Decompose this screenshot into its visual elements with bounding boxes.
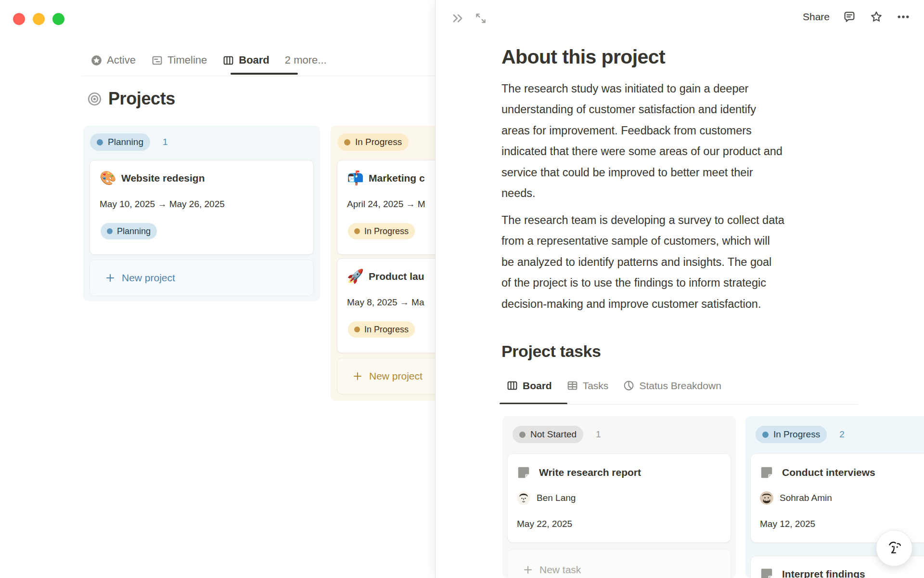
card-title: Website redesign	[121, 172, 205, 184]
close-window-button[interactable]	[13, 13, 25, 25]
assignee-avatar	[760, 491, 773, 505]
rocket-emoji-icon: 🚀	[347, 269, 361, 284]
column-count: 2	[839, 429, 845, 440]
tasks-tab-status-breakdown[interactable]: Status Breakdown	[623, 380, 721, 392]
task-title: Interpret findings	[782, 568, 865, 578]
tasks-tab-board[interactable]: Board	[506, 380, 552, 392]
tabs-divider	[500, 404, 858, 405]
tab-active-label: Active	[107, 54, 136, 66]
board-icon	[506, 380, 518, 392]
tabs-divider	[82, 76, 435, 76]
task-title: Conduct interviews	[782, 467, 875, 478]
tag-label: Planning	[117, 226, 151, 236]
status-pill-not-started[interactable]: Not Started	[513, 426, 583, 443]
tab-active[interactable]: Active	[90, 54, 136, 66]
new-task-button[interactable]: New task	[507, 549, 731, 578]
comments-icon[interactable]	[842, 10, 857, 24]
card-title: Product lau	[369, 271, 424, 282]
card-title: Marketing c	[369, 172, 425, 184]
paragraph-block[interactable]: The research team is developing a survey…	[501, 210, 884, 315]
task-note-icon	[759, 465, 774, 480]
notion-window: Active Timeline Board 2 more... Projects	[0, 0, 924, 578]
notion-ai-button[interactable]	[876, 530, 912, 566]
clock-pie-icon	[623, 380, 635, 392]
mailbox-emoji-icon: 📬	[347, 171, 361, 185]
timeline-icon	[151, 54, 163, 66]
tab-board-label: Board	[239, 54, 270, 66]
tab-label: Tasks	[583, 380, 609, 392]
card-status-tag: In Progress	[348, 223, 415, 239]
status-pill-planning[interactable]: Planning	[90, 133, 150, 151]
favorite-star-icon[interactable]	[869, 10, 884, 24]
zoom-window-button[interactable]	[52, 13, 64, 25]
tag-dot	[354, 228, 360, 234]
new-project-button-planning[interactable]: New project	[90, 260, 314, 296]
task-date: May 22, 2025	[517, 519, 572, 529]
view-tab-bar: Active Timeline Board 2 more...	[90, 54, 327, 66]
card-status-tag: Planning	[101, 223, 157, 239]
plus-icon	[522, 564, 534, 576]
task-date: May 12, 2025	[760, 519, 815, 529]
expand-diagonal-icon	[474, 12, 488, 25]
status-pill-in-progress[interactable]: In Progress	[337, 133, 409, 151]
column-count: 1	[596, 429, 601, 440]
collapse-panel-button[interactable]	[450, 11, 465, 26]
status-label: Not Started	[530, 429, 577, 440]
column-count: 1	[163, 137, 168, 147]
assignee-name: Ben Lang	[537, 493, 576, 503]
more-options-icon[interactable]	[896, 10, 911, 24]
card-date-range: April 24, 2025 → M	[347, 199, 425, 210]
task-card-write-research-report[interactable]: Write research report Ben Lang M	[507, 453, 731, 543]
palette-emoji-icon: 🎨	[100, 171, 114, 185]
task-column-not-started: Not Started 1 Write research report	[502, 416, 736, 578]
card-date-range: May 10, 2025 → May 26, 2025	[100, 199, 225, 210]
card-status-tag: In Progress	[348, 321, 415, 338]
card-date-range: May 8, 2025 → Ma	[347, 297, 424, 308]
star-in-circle-icon	[90, 54, 103, 66]
task-card-conduct-interviews[interactable]: Conduct interviews Sohrab Amin	[750, 453, 924, 543]
new-task-label: New task	[539, 564, 581, 576]
task-note-icon	[759, 567, 774, 578]
side-peek-panel: Share About this project The research st…	[435, 0, 924, 578]
tab-more-views[interactable]: 2 more...	[285, 54, 327, 66]
status-dot	[762, 432, 769, 438]
minimize-window-button[interactable]	[33, 13, 45, 25]
status-dot	[344, 139, 350, 145]
page-title[interactable]: Projects	[108, 89, 175, 109]
board-icon	[222, 54, 234, 66]
tab-more-label: 2 more...	[285, 54, 327, 66]
assignee-name: Sohrab Amin	[780, 493, 832, 503]
notion-ai-face-icon	[883, 537, 905, 559]
bullseye-icon	[87, 92, 102, 106]
tab-timeline[interactable]: Timeline	[151, 54, 207, 66]
project-card-website-redesign[interactable]: 🎨 Website redesign May 10, 2025 → May 26…	[90, 160, 314, 255]
share-button[interactable]: Share	[803, 11, 830, 23]
task-title: Write research report	[539, 467, 641, 478]
new-project-label: New project	[122, 272, 175, 284]
tab-label: Status Breakdown	[639, 380, 721, 392]
task-note-icon	[516, 465, 531, 480]
paragraph-block[interactable]: The research study was initiated to gain…	[501, 79, 884, 204]
selected-tab-underline	[231, 73, 298, 75]
tasks-tab-table[interactable]: Tasks	[566, 380, 609, 392]
plus-icon	[352, 370, 363, 382]
status-label: In Progress	[773, 429, 820, 440]
status-label: Planning	[108, 137, 143, 147]
tab-timeline-label: Timeline	[167, 54, 207, 66]
peek-page-title[interactable]: About this project	[501, 46, 665, 68]
new-project-label: New project	[369, 370, 423, 382]
tag-label: In Progress	[364, 325, 409, 335]
table-icon	[566, 380, 578, 392]
double-chevron-right-icon	[451, 12, 464, 25]
assignee-avatar	[517, 491, 530, 505]
tag-dot	[354, 327, 360, 332]
section-heading[interactable]: Project tasks	[501, 342, 601, 361]
expand-page-button[interactable]	[473, 11, 488, 26]
tab-board[interactable]: Board	[222, 54, 270, 66]
tab-label: Board	[523, 380, 552, 392]
status-pill-in-progress[interactable]: In Progress	[756, 426, 827, 443]
tasks-view-tab-bar: Board Tasks Status Breakdown	[506, 380, 721, 392]
status-label: In Progress	[355, 137, 402, 147]
status-dot	[97, 139, 103, 145]
tag-label: In Progress	[364, 226, 409, 236]
